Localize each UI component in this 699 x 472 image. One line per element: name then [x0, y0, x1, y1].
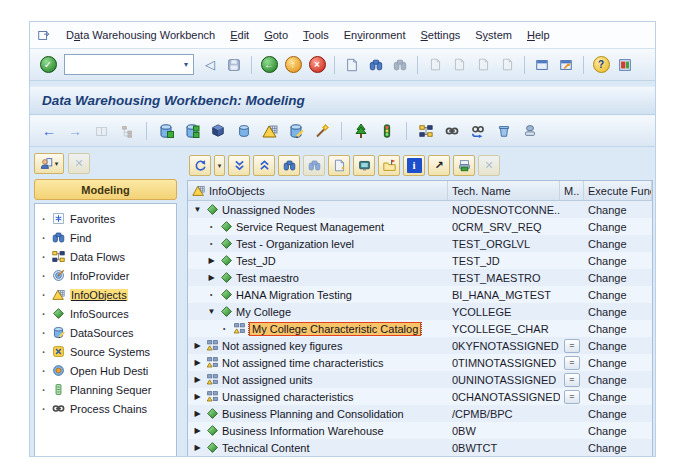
execute-function-link[interactable]: Change: [584, 374, 652, 386]
bex-monitor-button[interactable]: [353, 155, 375, 176]
column-header-execute-func[interactable]: Execute Func.: [584, 181, 652, 200]
process-chain-button[interactable]: [442, 121, 462, 141]
data-flow-button[interactable]: [416, 121, 436, 141]
table-row[interactable]: Not assigned units0UNINOTASSIGNED=Change: [188, 371, 652, 388]
execute-function-link[interactable]: Change: [584, 340, 652, 352]
table-row[interactable]: My CollegeYCOLLEGEChange: [188, 303, 652, 320]
nav-forward-button[interactable]: →: [65, 121, 85, 141]
menu-system[interactable]: System: [475, 29, 512, 41]
execute-function-link[interactable]: Change: [584, 221, 652, 233]
wizard-button[interactable]: [312, 121, 332, 141]
table-row[interactable]: Unassigned characteristics0CHANOTASSIGNE…: [188, 388, 652, 405]
table-row[interactable]: Unassigned NodesNODESNOTCONNE...Change: [188, 201, 652, 218]
modeling-view-button[interactable]: [156, 121, 176, 141]
new-session-button[interactable]: [532, 55, 552, 75]
datasource-button[interactable]: [286, 121, 306, 141]
menu-settings[interactable]: Settings: [421, 29, 461, 41]
table-row[interactable]: Business Information Warehouse0BWChange: [188, 422, 652, 439]
previous-page-button[interactable]: [449, 55, 469, 75]
process-chain-maintenance-button[interactable]: [468, 121, 488, 141]
legend-button[interactable]: i: [403, 155, 425, 176]
table-row[interactable]: BI Application LayerBIChange: [188, 456, 652, 457]
maintain-button[interactable]: =: [564, 373, 580, 387]
refresh-button[interactable]: [189, 155, 211, 176]
sidebar-item-source-systems[interactable]: ·Source Systems: [37, 342, 174, 361]
collapse-all-button[interactable]: [253, 155, 275, 176]
maintain-button[interactable]: =: [564, 356, 580, 370]
expander-icon[interactable]: [192, 375, 203, 384]
menu-tools[interactable]: Tools: [303, 29, 329, 41]
last-page-button[interactable]: [497, 55, 517, 75]
table-row[interactable]: Not assigned time characteristics0TIMNOT…: [188, 354, 652, 371]
command-dropdown-icon[interactable]: ▾: [179, 60, 193, 69]
save-button[interactable]: [224, 55, 244, 75]
execute-function-link[interactable]: Change: [584, 323, 652, 335]
enter-button[interactable]: ✓: [38, 55, 58, 75]
expander-icon[interactable]: [192, 341, 203, 350]
table-row[interactable]: HANA Migration TestingBI_HANA_MGTESTChan…: [188, 286, 652, 303]
maintain-button[interactable]: =: [564, 339, 580, 353]
cancel-button[interactable]: ×: [307, 55, 327, 75]
refresh-dropdown-button[interactable]: ▾: [214, 155, 225, 176]
table-row[interactable]: Not assigned key figures0KYFNOTASSIGNED=…: [188, 337, 652, 354]
dso-button[interactable]: [234, 121, 254, 141]
create-shortcut-button[interactable]: [556, 55, 576, 75]
expander-icon[interactable]: [192, 205, 203, 214]
find-next-button[interactable]: [390, 55, 410, 75]
maintain-button[interactable]: =: [564, 390, 580, 404]
print-button[interactable]: [342, 55, 362, 75]
table-row[interactable]: Service Request Management0CRM_SRV_REQCh…: [188, 218, 652, 235]
next-page-button[interactable]: [473, 55, 493, 75]
back-button[interactable]: ◁: [200, 55, 220, 75]
expander-icon[interactable]: [192, 392, 203, 401]
expander-icon[interactable]: [192, 426, 203, 435]
find-button[interactable]: [366, 55, 386, 75]
execute-function-link[interactable]: Change: [584, 306, 652, 318]
sidebar-item-datasources[interactable]: ·DataSources: [37, 323, 174, 342]
monitor-button[interactable]: [377, 121, 397, 141]
sidebar-item-process-chains[interactable]: ·Process Chains: [37, 399, 174, 418]
menu-edit[interactable]: Edit: [230, 29, 249, 41]
expander-icon[interactable]: [192, 409, 203, 418]
expander-icon[interactable]: [206, 273, 217, 282]
table-row-selected[interactable]: My College Characteristic CatalogYCOLLEG…: [188, 320, 652, 337]
help-button[interactable]: ?: [591, 55, 611, 75]
execute-function-link[interactable]: Change: [584, 357, 652, 369]
first-page-button[interactable]: [425, 55, 445, 75]
execute-function-link[interactable]: Change: [584, 442, 652, 454]
system-menu-icon[interactable]: [37, 28, 51, 42]
create-object-button[interactable]: [328, 155, 350, 176]
sidebar-item-data-flows[interactable]: ·Data Flows: [37, 247, 174, 266]
jump-button[interactable]: ↗: [428, 155, 450, 176]
tree-print-button[interactable]: [453, 155, 475, 176]
column-header-infoobjects[interactable]: InfoObjects: [188, 181, 448, 200]
execute-function-link[interactable]: Change: [584, 391, 652, 403]
command-input[interactable]: [65, 57, 179, 72]
object-overview-button[interactable]: [378, 155, 400, 176]
tree-find-next-button[interactable]: [303, 155, 325, 176]
table-row[interactable]: Business Planning and Consolidation/CPMB…: [188, 405, 652, 422]
tree-find-button[interactable]: [278, 155, 300, 176]
sidebar-item-infoprovider[interactable]: ·InfoProvider: [37, 266, 174, 285]
split-screen-button[interactable]: [91, 121, 111, 141]
menu-goto[interactable]: Goto: [264, 29, 288, 41]
nav-back-button[interactable]: ←: [39, 121, 59, 141]
close-navigator-button[interactable]: ✕: [68, 153, 90, 174]
expander-icon[interactable]: [192, 443, 203, 452]
sidebar-item-find[interactable]: ·Find: [37, 228, 174, 247]
transport-button[interactable]: [520, 121, 540, 141]
execute-function-link[interactable]: Change: [584, 425, 652, 437]
tree-close-button[interactable]: ✕: [478, 155, 500, 176]
infoprovider-view-button[interactable]: [182, 121, 202, 141]
customize-layout-button[interactable]: [615, 55, 635, 75]
execute-function-link[interactable]: Change: [584, 204, 652, 216]
sidebar-item-infoobjects[interactable]: ·InfoObjects: [37, 285, 174, 304]
expand-all-button[interactable]: [228, 155, 250, 176]
table-row[interactable]: Test - Organization levelTEST_ORGLVLChan…: [188, 235, 652, 252]
sidebar-item-open-hub-destination[interactable]: ·Open Hub Desti: [37, 361, 174, 380]
menu-environment[interactable]: Environment: [344, 29, 406, 41]
back-session-button[interactable]: ←: [259, 55, 279, 75]
expander-icon[interactable]: [206, 256, 217, 265]
execute-function-link[interactable]: Change: [584, 289, 652, 301]
sidebar-header-modeling[interactable]: Modeling: [34, 179, 177, 200]
